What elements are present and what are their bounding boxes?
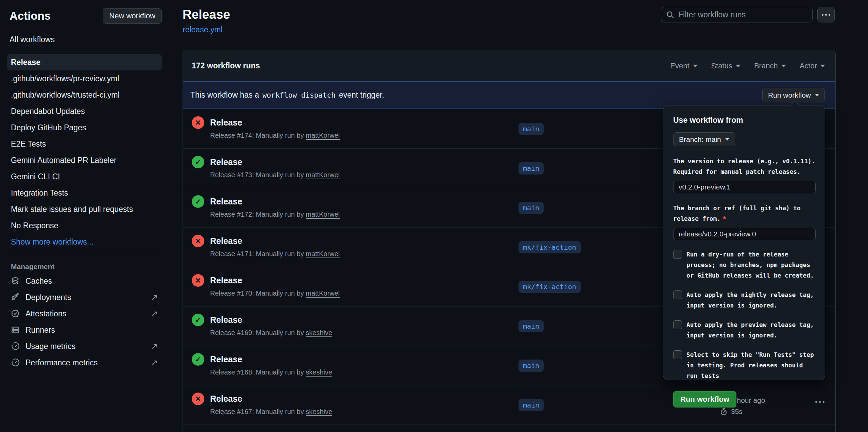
external-link-icon: ↗ (151, 358, 158, 367)
sidebar-item-label: Caches (25, 277, 52, 286)
sidebar-item-no-response[interactable]: No Response (7, 217, 162, 234)
actions-title: Actions (10, 10, 51, 22)
sidebar-divider (5, 255, 163, 255)
run-title-link[interactable]: Release (210, 116, 340, 129)
actor-link[interactable]: mattKorwel (306, 250, 340, 257)
search-icon (666, 11, 674, 19)
popover-title: Use workflow from (673, 116, 815, 125)
dry-run-checkbox[interactable] (673, 250, 682, 259)
status-success-icon (192, 314, 204, 326)
status-failure-icon (192, 274, 204, 287)
preview-tag-checkbox[interactable] (673, 320, 682, 329)
new-workflow-button[interactable]: New workflow (103, 8, 162, 24)
run-description: Release #171: Manually run by (210, 250, 306, 257)
run-description: Release #167: Manually run by (210, 408, 306, 415)
sidebar-item-label: Runners (25, 326, 55, 335)
run-title-link[interactable]: Release (210, 353, 332, 366)
actor-link[interactable]: skeshive (306, 368, 332, 376)
filter-event[interactable]: Event (670, 62, 697, 70)
checkbox-label: Auto apply the preview release tag, inpu… (686, 319, 815, 340)
actor-link[interactable]: mattKorwel (306, 132, 340, 139)
server-icon (11, 326, 20, 334)
sidebar-item-trusted-ci[interactable]: .github/workflows/trusted-ci.yml (7, 87, 162, 103)
stopwatch-icon (720, 408, 728, 416)
run-options-kebab-button[interactable] (815, 401, 824, 403)
sidebar-item-usage-metrics[interactable]: Usage metrics ↗ (7, 338, 162, 354)
page-title: Release (183, 7, 230, 22)
actor-link[interactable]: mattKorwel (306, 211, 340, 218)
branch-badge[interactable]: mk/fix-action (518, 281, 581, 293)
skip-tests-checkbox[interactable] (673, 350, 682, 359)
sidebar-item-label: Attestations (25, 309, 66, 318)
actor-link[interactable]: mattKorwel (306, 289, 340, 297)
nightly-tag-checkbox[interactable] (673, 290, 682, 299)
sidebar-item-all-workflows[interactable]: All workflows (10, 33, 162, 46)
run-title-link[interactable]: Release (210, 274, 340, 287)
sidebar-item-gemini-cli-ci[interactable]: Gemini CLI CI (7, 168, 162, 185)
run-title-link[interactable]: Release (210, 392, 332, 405)
branch-badge[interactable]: main (518, 202, 544, 214)
sidebar-item-deploy-github-pages[interactable]: Deploy GitHub Pages (7, 119, 162, 136)
chevron-down-icon (781, 65, 786, 67)
ref-input[interactable] (673, 228, 816, 240)
filter-actor[interactable]: Actor (800, 62, 825, 70)
branch-badge[interactable]: mk/fix-action (518, 241, 581, 253)
sidebar-item-runners[interactable]: Runners (7, 322, 162, 338)
sidebar-item-gemini-pr-labeler[interactable]: Gemini Automated PR Labeler (7, 152, 162, 168)
actor-link[interactable]: skeshive (306, 408, 332, 415)
kebab-icon (815, 401, 817, 403)
runs-filters: Event Status Branch Actor (670, 62, 825, 70)
branch-badge[interactable]: main (518, 320, 544, 332)
preview-tag-option: Auto apply the preview release tag, inpu… (673, 319, 815, 340)
sidebar-item-integration-tests[interactable]: Integration Tests (7, 185, 162, 201)
run-description: Release #168: Manually run by (210, 368, 306, 376)
branch-badge[interactable]: main (518, 399, 544, 411)
chevron-down-icon (725, 138, 729, 140)
workflow-file-link[interactable]: release.yml (183, 25, 223, 34)
meter-icon (11, 358, 20, 367)
branch-badge[interactable]: main (518, 360, 544, 372)
workflow-nav: Release .github/workflows/pr-review.yml … (7, 54, 162, 250)
sidebar-item-attestations[interactable]: Attestations ↗ (7, 305, 162, 322)
branch-badge[interactable]: main (518, 162, 544, 175)
run-workflow-submit-button[interactable]: Run workflow (673, 391, 736, 408)
actor-link[interactable]: mattKorwel (306, 171, 340, 179)
workflow-options-kebab-button[interactable] (817, 7, 835, 22)
management-section-label: Management (11, 263, 162, 271)
actor-link[interactable]: skeshive (306, 329, 332, 336)
cache-icon (11, 277, 20, 285)
run-title-link[interactable]: Release (210, 313, 332, 326)
sidebar-item-pr-review[interactable]: .github/workflows/pr-review.yml (7, 70, 162, 87)
sidebar-item-performance-metrics[interactable]: Performance metrics ↗ (7, 354, 162, 371)
version-input[interactable] (673, 181, 816, 193)
ref-field-label: The branch or ref (full git sha) to rele… (673, 203, 816, 224)
run-title-link[interactable]: Release (210, 195, 340, 208)
status-failure-icon (192, 116, 204, 129)
sidebar-item-mark-stale[interactable]: Mark stale issues and pull requests (7, 201, 162, 217)
runs-list-header: 172 workflow runs Event Status Branch Ac… (183, 50, 835, 81)
branch-badge[interactable]: main (518, 123, 544, 135)
branch-selector-button[interactable]: Branch: main (673, 132, 735, 146)
status-success-icon (192, 353, 204, 366)
sidebar-item-e2e-tests[interactable]: E2E Tests (7, 136, 162, 152)
external-link-icon: ↗ (151, 342, 158, 351)
sidebar-item-release[interactable]: Release (7, 54, 162, 70)
required-asterisk: * (722, 215, 726, 222)
workflow-dispatch-banner: This workflow has a workflow_dispatch ev… (183, 81, 835, 109)
sidebar-item-dependabot-updates[interactable]: Dependabot Updates (7, 103, 162, 119)
actions-sidebar: Actions New workflow All workflows Relea… (0, 0, 169, 432)
filter-status[interactable]: Status (711, 62, 741, 70)
status-success-icon (192, 195, 204, 208)
run-title-link[interactable]: Release (210, 234, 340, 247)
external-link-icon: ↗ (151, 293, 158, 302)
sidebar-item-deployments[interactable]: Deployments ↗ (7, 289, 162, 305)
search-input[interactable] (678, 10, 807, 20)
show-more-workflows-link[interactable]: Show more workflows... (7, 234, 162, 250)
sidebar-item-caches[interactable]: Caches (7, 273, 162, 289)
runs-count: 172 workflow runs (192, 61, 260, 70)
sidebar-divider (5, 51, 163, 51)
run-title-link[interactable]: Release (210, 155, 340, 168)
external-link-icon: ↗ (151, 309, 158, 318)
banner-text: This workflow has a (190, 90, 259, 100)
filter-branch[interactable]: Branch (754, 62, 786, 70)
